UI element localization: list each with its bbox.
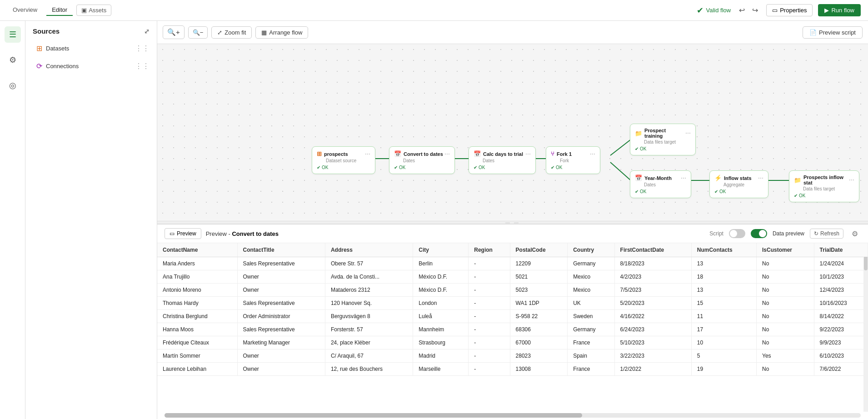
table-cell: 19 <box>691 363 756 376</box>
node-fork1[interactable]: ⑂ Fork 1 ⋯ Fork ✔ OK <box>546 146 600 174</box>
svg-line-3 <box>610 140 631 155</box>
tab-overview[interactable]: Overview <box>7 5 43 16</box>
ok-icon-8: ✔ <box>794 193 798 198</box>
target-icon: ◎ <box>9 80 16 90</box>
table-cell: Sales Representative <box>237 297 325 310</box>
column-header: City <box>413 243 469 257</box>
node-yearmonth-menu[interactable]: ⋯ <box>681 175 686 181</box>
vertical-scrollbar[interactable] <box>863 243 868 412</box>
arrange-flow-button[interactable]: ▦ Arrange flow <box>255 26 308 39</box>
run-flow-button[interactable]: ▶ Run flow <box>818 4 861 16</box>
table-cell: Sweden <box>568 310 614 323</box>
file-icon-2: 📁 <box>794 177 801 184</box>
table-cell: 1/24/2024 <box>814 257 868 270</box>
dataset-icon: ⊞ <box>317 150 322 157</box>
zoom-out-button[interactable]: 🔍− <box>188 26 208 39</box>
table-cell: Owner <box>237 284 325 297</box>
preview-tab-button[interactable]: ▭ Preview <box>165 228 201 239</box>
node-inflow-menu[interactable]: ⋯ <box>758 175 763 181</box>
settings-button[interactable]: ⚙ <box>849 229 861 239</box>
undo-redo-group: ↩ ↪ <box>736 4 761 16</box>
datasets-item[interactable]: ⊞ Datasets ⋮⋮ <box>25 40 157 57</box>
sources-panel-icon: ☰ <box>9 30 16 40</box>
node-training-menu[interactable]: ⋯ <box>685 130 691 136</box>
node-fork-menu[interactable]: ⋯ <box>590 151 595 157</box>
properties-button[interactable]: ▭ Properties <box>766 4 813 16</box>
node-year-month[interactable]: 📅 Year-Month ⋯ Dates ✔ OK <box>630 170 691 198</box>
horizontal-scrollbar-thumb[interactable] <box>165 413 582 418</box>
connections-more-icon[interactable]: ⋮⋮ <box>135 62 150 70</box>
fork-icon: ⑂ <box>551 150 554 157</box>
zoom-in-button[interactable]: 🔍+ <box>163 25 185 39</box>
connections-item[interactable]: ⟳ Connections ⋮⋮ <box>25 57 157 75</box>
tab-editor[interactable]: Editor <box>46 5 73 16</box>
table-cell: 12209 <box>510 257 568 270</box>
data-preview-toggle[interactable] <box>751 229 767 238</box>
table-cell: Owner <box>237 363 325 376</box>
table-cell: - <box>469 257 510 270</box>
table-cell: - <box>469 297 510 310</box>
table-cell: 4/2/2023 <box>614 270 691 284</box>
node-convert-to-dates[interactable]: 📅 Convert to dates ⋯ Dates ✔ OK <box>389 146 455 174</box>
node-calc-menu[interactable]: ⋯ <box>525 151 531 157</box>
script-toggle[interactable] <box>729 229 745 238</box>
tab-assets[interactable]: ▣ Assets <box>76 5 111 16</box>
node-prospects-menu[interactable]: ⋯ <box>365 151 370 157</box>
table-cell: - <box>469 349 510 363</box>
connections-icon: ⟳ <box>36 62 42 70</box>
sources-expand-icon[interactable]: ⤢ <box>144 28 150 35</box>
table-cell: 9/22/2023 <box>814 323 868 336</box>
table-cell: 5023 <box>510 284 568 297</box>
table-cell: S-958 22 <box>510 310 568 323</box>
table-cell: Marseille <box>413 363 469 376</box>
table-cell: Mexico <box>568 270 614 284</box>
gear-icon: ⚙ <box>9 55 16 65</box>
flow-canvas[interactable]: ⊞ prospects ⋯ Dataset source ✔ OK 📅 Conv… <box>157 44 868 221</box>
table-cell: 12/4/2023 <box>814 284 868 297</box>
main-layout: ☰ ⚙ ◎ Sources ⤢ ⊞ Datasets ⋮⋮ ⟳ Connecti… <box>0 21 868 419</box>
node-prospects-inflow-stat[interactable]: 📁 Prospects inflow stat ⋯ Data files tar… <box>789 170 859 202</box>
datasets-more-icon[interactable]: ⋮⋮ <box>135 44 150 53</box>
node-prospects[interactable]: ⊞ prospects ⋯ Dataset source ✔ OK <box>312 146 375 174</box>
table-cell: 13 <box>691 284 756 297</box>
table-cell: No <box>757 336 814 349</box>
zoom-fit-icon: ⤢ <box>217 29 222 36</box>
table-row: Antonio MorenoOwnerMataderos 2312México … <box>157 284 868 297</box>
preview-script-button[interactable]: 📄 Preview script <box>803 26 863 39</box>
sidebar-icon-settings[interactable]: ⚙ <box>5 52 21 68</box>
column-header: ContactName <box>157 243 237 257</box>
ok-icon-7: ✔ <box>714 189 718 194</box>
redo-button[interactable]: ↪ <box>749 4 761 16</box>
table-cell: Hanna Moos <box>157 323 237 336</box>
refresh-button[interactable]: ↻ Refresh <box>810 229 843 239</box>
table-body: Maria AndersSales RepresentativeObere St… <box>157 257 868 376</box>
arrange-icon: ▦ <box>261 29 267 36</box>
table-cell: Strasbourg <box>413 336 469 349</box>
table-cell: Owner <box>237 270 325 284</box>
sidebar-icon-sources[interactable]: ☰ <box>5 26 21 43</box>
data-preview-toggle-track[interactable] <box>751 229 767 238</box>
undo-button[interactable]: ↩ <box>736 4 748 16</box>
table-cell: 5/20/2023 <box>614 297 691 310</box>
column-header: Address <box>325 243 413 257</box>
table-cell: No <box>757 284 814 297</box>
table-cell: 11 <box>691 310 756 323</box>
sidebar-icon-target[interactable]: ◎ <box>5 77 21 94</box>
canvas-toolbar: 🔍+ 🔍− ⤢ Zoom fit ▦ Arrange flow 📄 Previe… <box>157 21 868 44</box>
script-toggle-track[interactable] <box>729 229 745 238</box>
table-cell: Forsterstr. 57 <box>325 323 413 336</box>
node-inflow-stats[interactable]: ⚡ Inflow stats ⋯ Aggregate ✔ OK <box>709 170 768 198</box>
column-header: Region <box>469 243 510 257</box>
table-header: ContactNameContactTitleAddressCityRegion… <box>157 243 868 257</box>
data-table-wrapper[interactable]: ContactNameContactTitleAddressCityRegion… <box>157 243 868 412</box>
node-prospect-training[interactable]: 📁 Prospect training ⋯ Data files target … <box>630 124 696 155</box>
node-convert-menu[interactable]: ⋯ <box>444 151 450 157</box>
table-cell: 12, rue des Bouchers <box>325 363 413 376</box>
node-inflow-stat-menu[interactable]: ⋯ <box>849 177 854 183</box>
table-cell: 6/24/2023 <box>614 323 691 336</box>
table-cell: 10 <box>691 336 756 349</box>
node-calc-days[interactable]: 📅 Calc days to trial ⋯ Dates ✔ OK <box>469 146 536 174</box>
horizontal-scrollbar[interactable] <box>165 413 861 418</box>
zoom-fit-button[interactable]: ⤢ Zoom fit <box>211 26 252 39</box>
table-cell: 9/9/2023 <box>814 336 868 349</box>
